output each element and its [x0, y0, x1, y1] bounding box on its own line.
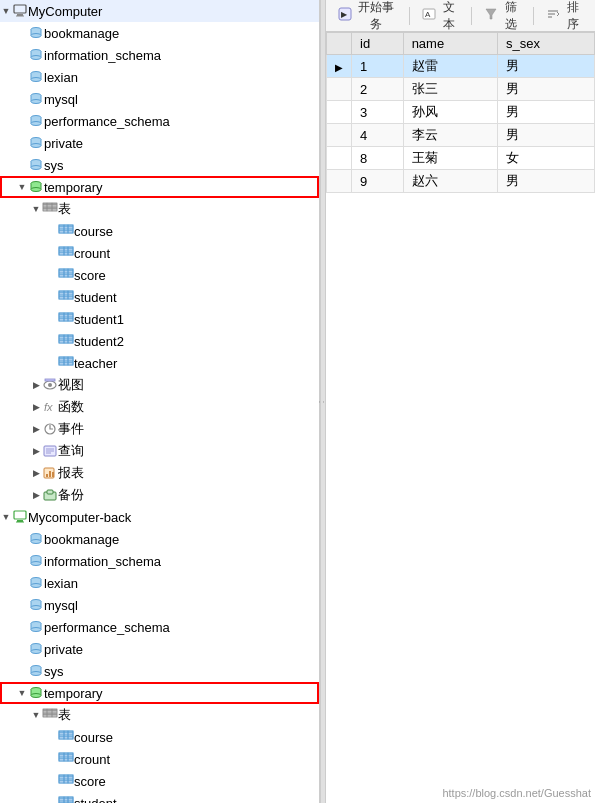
db-bookmanage-1[interactable]: bookmanage — [0, 22, 319, 44]
db-mysql-1[interactable]: mysql — [0, 88, 319, 110]
db-lexian-2[interactable]: lexian — [0, 572, 319, 594]
row-arrow-cell — [327, 124, 352, 147]
table-student-2[interactable]: student — [0, 792, 319, 803]
col-name[interactable]: name — [403, 33, 497, 55]
table-icon — [58, 334, 74, 348]
table-score-1[interactable]: score — [0, 264, 319, 286]
cell-id[interactable]: 3 — [352, 101, 404, 124]
data-grid[interactable]: id name s_sex ▶ 1 赵雷 男 2 张三 男 — [326, 32, 595, 803]
table-row[interactable]: ▶ 1 赵雷 男 — [327, 55, 595, 78]
table-crount-1[interactable]: crount — [0, 242, 319, 264]
svg-text:A: A — [425, 10, 431, 19]
cell-name[interactable]: 孙风 — [403, 101, 497, 124]
table-student-1[interactable]: student — [0, 286, 319, 308]
tree-panel[interactable]: ▼ MyComputer bookmanage — [0, 0, 320, 803]
cell-id[interactable]: 8 — [352, 147, 404, 170]
table-label: score — [74, 268, 106, 283]
table-row[interactable]: 2 张三 男 — [327, 78, 595, 101]
views-icon — [42, 378, 58, 392]
cell-name[interactable]: 赵雷 — [403, 55, 497, 78]
db-information-schema-2[interactable]: information_schema — [0, 550, 319, 572]
table-label: teacher — [74, 356, 117, 371]
group-table-1[interactable]: ▼ 表 — [0, 198, 319, 220]
db-bookmanage-2[interactable]: bookmanage — [0, 528, 319, 550]
cell-ssex[interactable]: 男 — [497, 55, 594, 78]
table-course-1[interactable]: course — [0, 220, 319, 242]
table-score-2[interactable]: score — [0, 770, 319, 792]
db-label: bookmanage — [44, 532, 119, 547]
col-ssex[interactable]: s_sex — [497, 33, 594, 55]
group-functions-1[interactable]: ▶ fx 函数 — [0, 396, 319, 418]
table-student1-1[interactable]: student1 — [0, 308, 319, 330]
db-icon — [28, 664, 44, 678]
db-information-schema-1[interactable]: information_schema — [0, 44, 319, 66]
cell-ssex[interactable]: 男 — [497, 170, 594, 193]
table-crount-2[interactable]: crount — [0, 748, 319, 770]
db-private-1[interactable]: private — [0, 132, 319, 154]
svg-text:fx: fx — [44, 401, 53, 413]
cell-id[interactable]: 4 — [352, 124, 404, 147]
tree-root-1[interactable]: ▼ MyComputer — [0, 0, 319, 22]
db-mysql-2[interactable]: mysql — [0, 594, 319, 616]
db-private-2[interactable]: private — [0, 638, 319, 660]
begin-transaction-button[interactable]: ▶ 开始事务 — [332, 0, 403, 35]
table-group-icon-2 — [42, 708, 58, 722]
table-teacher-1[interactable]: teacher — [0, 352, 319, 374]
table-icon — [58, 796, 74, 803]
text-icon: A — [422, 7, 436, 24]
db-sys-2[interactable]: sys — [0, 660, 319, 682]
db-lexian-1[interactable]: lexian — [0, 66, 319, 88]
cell-id[interactable]: 2 — [352, 78, 404, 101]
group-table-2[interactable]: ▼ 表 — [0, 704, 319, 726]
cell-ssex[interactable]: 男 — [497, 101, 594, 124]
db-sys-1[interactable]: sys — [0, 154, 319, 176]
svg-marker-217 — [486, 9, 496, 19]
sort-button[interactable]: 排序 — [540, 0, 589, 35]
cell-ssex[interactable]: 女 — [497, 147, 594, 170]
svg-rect-113 — [47, 490, 53, 494]
cell-ssex[interactable]: 男 — [497, 78, 594, 101]
table-row[interactable]: 8 王菊 女 — [327, 147, 595, 170]
group-reports-1[interactable]: ▶ 报表 — [0, 462, 319, 484]
db-perf-2[interactable]: performance_schema — [0, 616, 319, 638]
cell-id[interactable]: 9 — [352, 170, 404, 193]
svg-point-27 — [31, 122, 41, 126]
svg-point-42 — [31, 188, 41, 192]
db-temporary-1[interactable]: ▼ temporary — [0, 176, 319, 198]
table-course-2[interactable]: course — [0, 726, 319, 748]
cell-name[interactable]: 王菊 — [403, 147, 497, 170]
cell-ssex[interactable]: 男 — [497, 124, 594, 147]
cell-name[interactable]: 李云 — [403, 124, 497, 147]
group-backup-1[interactable]: ▶ 备份 — [0, 484, 319, 506]
tree-root-2[interactable]: ▼ Mycomputer-back — [0, 506, 319, 528]
db-label: sys — [44, 664, 64, 679]
table-student2-1[interactable]: student2 — [0, 330, 319, 352]
cell-name[interactable]: 张三 — [403, 78, 497, 101]
db-label: lexian — [44, 70, 78, 85]
db-icon — [28, 92, 44, 106]
db-icon — [28, 532, 44, 546]
db-temporary-2[interactable]: ▼ temporary — [0, 682, 319, 704]
group-events-1[interactable]: ▶ 事件 — [0, 418, 319, 440]
col-id[interactable]: id — [352, 33, 404, 55]
filter-button[interactable]: 筛选 — [478, 0, 527, 35]
computer-icon-2 — [12, 509, 28, 525]
table-row[interactable]: 3 孙风 男 — [327, 101, 595, 124]
table-label: crount — [74, 752, 110, 767]
table-row[interactable]: 4 李云 男 — [327, 124, 595, 147]
cell-name[interactable]: 赵六 — [403, 170, 497, 193]
svg-rect-160 — [43, 715, 57, 717]
functions-icon: fx — [42, 400, 58, 414]
text-button[interactable]: A 文本 — [416, 0, 465, 35]
db-label: sys — [44, 158, 64, 173]
table-icon — [58, 356, 74, 370]
db-perf-1[interactable]: performance_schema — [0, 110, 319, 132]
group-label: 查询 — [58, 442, 84, 460]
table-row[interactable]: 9 赵六 男 — [327, 170, 595, 193]
group-queries-1[interactable]: ▶ 查询 — [0, 440, 319, 462]
cell-id[interactable]: 1 — [352, 55, 404, 78]
db-icon — [28, 598, 44, 612]
group-views-1[interactable]: ▶ 视图 — [0, 374, 319, 396]
sort-icon — [546, 7, 560, 24]
svg-text:▶: ▶ — [341, 10, 348, 19]
